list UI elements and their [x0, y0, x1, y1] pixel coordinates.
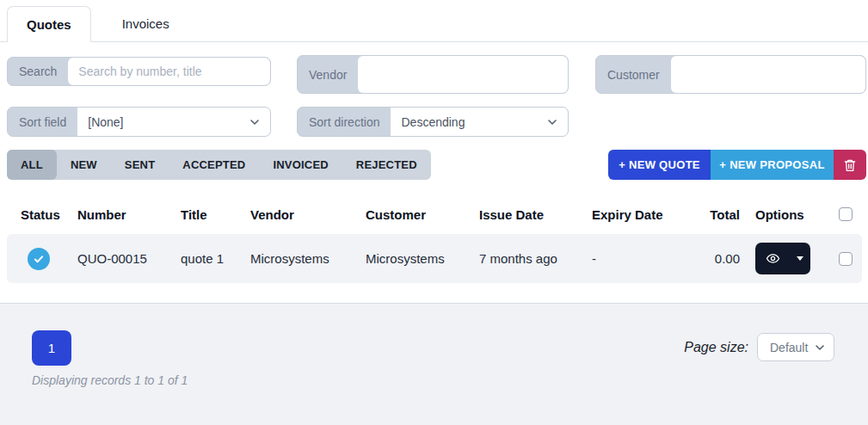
page-size-select[interactable]: Default — [757, 333, 834, 361]
col-total: Total — [696, 207, 740, 222]
row-vendor: Microsystems — [250, 251, 366, 266]
records-summary: Displaying records 1 to 1 of 1 — [32, 373, 188, 387]
tab-quotes[interactable]: Quotes — [7, 6, 91, 42]
sort-field-select[interactable]: [None] — [77, 108, 270, 136]
page-size-value: Default — [770, 341, 808, 354]
col-vendor: Vendor — [250, 207, 366, 222]
table-header: Status Number Title Vendor Customer Issu… — [0, 199, 868, 230]
status-check-icon — [28, 248, 50, 270]
row-title: quote 1 — [181, 251, 250, 266]
col-title: Title — [181, 207, 250, 222]
tab-bar: Quotes Invoices — [0, 7, 868, 42]
quotes-page: Quotes Invoices Search Vendor Customer S… — [0, 0, 868, 425]
vendor-input[interactable] — [358, 56, 568, 93]
status-filter-sent[interactable]: SENT — [111, 150, 169, 180]
select-all-checkbox[interactable] — [839, 207, 853, 221]
vendor-label: Vendor — [298, 56, 358, 93]
customer-label: Customer — [596, 56, 671, 93]
status-filter-all[interactable]: ALL — [7, 150, 57, 180]
sort-direction-label: Sort direction — [298, 108, 391, 136]
new-quote-button[interactable]: + NEW QUOTE — [608, 150, 711, 180]
caret-down-icon — [797, 256, 803, 261]
delete-button[interactable] — [834, 150, 866, 180]
customer-input[interactable] — [671, 56, 865, 93]
row-expiry-date: - — [592, 251, 696, 266]
sort-direction-select[interactable]: Descending — [391, 108, 568, 136]
options-dropdown-toggle[interactable] — [790, 256, 810, 261]
status-filter-accepted[interactable]: ACCEPTED — [169, 150, 259, 180]
chevron-down-icon — [249, 117, 260, 127]
search-filter-group: Search — [7, 57, 271, 86]
customer-filter-group: Customer — [595, 55, 866, 94]
search-input[interactable] — [68, 58, 270, 85]
eye-icon[interactable] — [755, 251, 790, 266]
sort-direction-value: Descending — [401, 115, 465, 129]
row-checkbox[interactable] — [839, 252, 853, 266]
status-filter-bar: ALL NEW SENT ACCEPTED INVOICED REJECTED — [7, 150, 431, 180]
row-number: QUO-00015 — [77, 251, 181, 266]
search-label: Search — [8, 58, 68, 85]
pagination-footer: 1 Displaying records 1 to 1 of 1 Page si… — [0, 304, 868, 425]
tab-invoices[interactable]: Invoices — [103, 6, 188, 41]
col-issue-date: Issue Date — [479, 207, 592, 222]
sort-field-value: [None] — [88, 115, 123, 129]
status-filter-invoiced[interactable]: INVOICED — [259, 150, 342, 180]
sort-field-label: Sort field — [8, 108, 77, 136]
new-proposal-button[interactable]: + NEW PROPOSAL — [711, 150, 834, 180]
col-customer: Customer — [366, 207, 479, 222]
chevron-down-icon — [547, 117, 557, 127]
trash-icon — [843, 158, 857, 172]
page-1-button[interactable]: 1 — [32, 330, 71, 366]
col-options: Options — [740, 207, 839, 222]
status-filter-rejected[interactable]: REJECTED — [342, 150, 431, 180]
row-total: 0.00 — [696, 251, 740, 266]
status-filter-new[interactable]: NEW — [57, 150, 111, 180]
page-size-label: Page size: — [684, 340, 748, 355]
row-issue-date: 7 months ago — [479, 251, 592, 266]
table-row[interactable]: QUO-00015 quote 1 Microsystems Microsyst… — [7, 234, 862, 283]
action-button-group: + NEW QUOTE + NEW PROPOSAL — [608, 150, 866, 180]
row-customer: Microsystems — [366, 251, 479, 266]
col-number: Number — [77, 207, 181, 222]
col-status: Status — [14, 207, 77, 222]
vendor-filter-group: Vendor — [297, 55, 569, 94]
col-expiry-date: Expiry Date — [592, 207, 696, 222]
sort-direction-group: Sort direction Descending — [297, 107, 569, 137]
chevron-down-icon — [815, 342, 825, 353]
row-options-button[interactable] — [755, 243, 810, 274]
sort-field-group: Sort field [None] — [7, 107, 271, 137]
